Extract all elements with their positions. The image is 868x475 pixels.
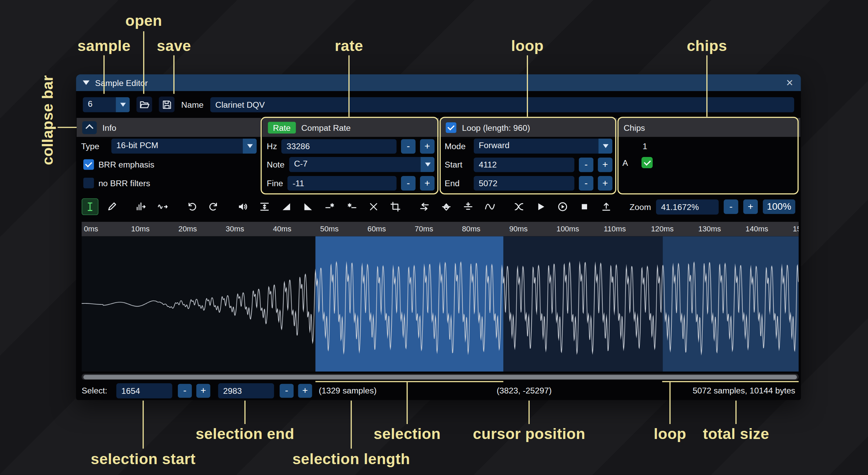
- insert-silence-button[interactable]: [321, 198, 338, 215]
- close-button[interactable]: ×: [785, 77, 794, 88]
- reverse-button[interactable]: [416, 198, 433, 215]
- loop-mode-dropdown[interactable]: Forward: [474, 139, 613, 154]
- annotation-line-selection: [406, 382, 407, 424]
- ruler-label: 0ms: [84, 225, 98, 233]
- loop-end-label: End: [445, 178, 469, 188]
- waveform-view[interactable]: [82, 236, 799, 372]
- selection-start-decrement-button[interactable]: -: [178, 384, 192, 398]
- loop-end-row: End - +: [440, 174, 617, 192]
- normalize-button[interactable]: [256, 198, 273, 215]
- filter-wave-icon: [485, 202, 495, 212]
- resize-button[interactable]: [133, 198, 149, 215]
- open-button[interactable]: [136, 96, 152, 112]
- selection-start-input[interactable]: [116, 383, 172, 398]
- ruler-label: 20ms: [179, 225, 197, 233]
- name-row: 6 Name: [76, 91, 801, 118]
- fine-decrement-button[interactable]: -: [401, 176, 416, 190]
- loop-end-decrement-button[interactable]: -: [579, 176, 594, 190]
- speaker-icon: [238, 202, 248, 212]
- save-button[interactable]: [159, 96, 174, 112]
- triangle-down-icon[interactable]: [598, 139, 612, 154]
- delete-button[interactable]: [365, 198, 382, 215]
- loop-end-input[interactable]: [474, 176, 574, 190]
- annotation-total-size: total size: [703, 425, 769, 443]
- hz-decrement-button[interactable]: -: [401, 139, 416, 154]
- loop-mode-value: Forward: [474, 139, 599, 154]
- preview-sample-button[interactable]: [532, 198, 549, 215]
- sign-invert-button[interactable]: [460, 198, 477, 215]
- brr-emphasis-checkbox[interactable]: [83, 159, 94, 170]
- annotation-bracket-selection: [315, 381, 503, 382]
- hz-row: Hz - +: [262, 137, 439, 155]
- crossfade-button[interactable]: [511, 198, 527, 215]
- chips-header-label: Chips: [623, 123, 645, 132]
- resize-icon: [136, 202, 146, 212]
- annotation-loop: loop: [511, 38, 544, 55]
- horizontal-scrollbar[interactable]: [82, 374, 799, 380]
- invert-button[interactable]: [438, 198, 454, 215]
- annotation-line-selection-end: [245, 401, 246, 424]
- select-tool-button[interactable]: [82, 198, 98, 215]
- loop-start-increment-button[interactable]: +: [598, 157, 613, 172]
- selection-start-increment-button[interactable]: +: [196, 384, 210, 398]
- window-collapse-triangle-icon[interactable]: [83, 81, 89, 85]
- zoom-reset-button[interactable]: 100%: [763, 199, 795, 214]
- loop-enable-checkbox[interactable]: [446, 122, 456, 133]
- loop-start-row: Start - +: [440, 155, 617, 174]
- zoom-out-button[interactable]: -: [724, 199, 738, 214]
- info-panel: Info Type 16-bit PCM BRR emphasis no BRR…: [77, 118, 261, 193]
- sample-select-dropdown[interactable]: 6: [83, 97, 130, 112]
- annotation-open: open: [126, 13, 162, 30]
- make-wavetable-button[interactable]: [598, 198, 615, 215]
- note-dropdown[interactable]: C-7: [289, 157, 435, 172]
- hz-increment-button[interactable]: +: [420, 139, 435, 154]
- annotation-collapse-bar: collapse bar: [39, 75, 57, 165]
- zoom-in-button[interactable]: +: [743, 199, 758, 214]
- triangle-down-icon[interactable]: [116, 97, 130, 112]
- ruler-label: 100ms: [556, 225, 579, 233]
- green-check-icon[interactable]: [641, 157, 653, 168]
- undo-button[interactable]: [183, 198, 200, 215]
- annotation-selection-start: selection start: [91, 451, 196, 468]
- resample-icon: [158, 202, 168, 212]
- scrollbar-thumb[interactable]: [83, 375, 797, 379]
- selection-end-increment-button[interactable]: +: [298, 384, 312, 398]
- loop-end-increment-button[interactable]: +: [598, 176, 613, 190]
- redo-button[interactable]: [205, 198, 222, 215]
- loop-start-decrement-button[interactable]: -: [579, 157, 594, 172]
- selection-end-input[interactable]: [218, 383, 274, 398]
- preview-dry-button[interactable]: [554, 198, 571, 215]
- zoom-input[interactable]: [656, 199, 719, 214]
- info-header-label: Info: [102, 123, 116, 132]
- compat-rate-tab[interactable]: Compat Rate: [301, 123, 351, 132]
- hz-input[interactable]: [282, 139, 397, 154]
- fine-label: Fine: [267, 178, 283, 188]
- draw-tool-button[interactable]: [103, 198, 120, 215]
- fade-out-button[interactable]: [300, 198, 316, 215]
- fine-input[interactable]: [287, 176, 396, 190]
- fine-increment-button[interactable]: +: [420, 176, 435, 190]
- type-dropdown[interactable]: 16-bit PCM: [111, 139, 257, 154]
- no-brr-filters-checkbox[interactable]: [83, 178, 94, 188]
- fade-in-button[interactable]: [278, 198, 295, 215]
- waveform-canvas[interactable]: [82, 236, 799, 372]
- info-header: Info: [77, 118, 261, 137]
- chevron-up-icon[interactable]: [82, 121, 97, 134]
- loop-start-input[interactable]: [474, 157, 574, 172]
- triangle-down-icon[interactable]: [421, 157, 435, 172]
- stop-icon: [579, 202, 589, 212]
- rate-badge[interactable]: Rate: [268, 122, 296, 134]
- insert-silence-icon: [325, 202, 335, 212]
- trim-button[interactable]: [387, 198, 404, 215]
- window-title: Sample Editor: [95, 78, 148, 87]
- floppy-disk-icon: [161, 99, 172, 110]
- delete-x-icon: [369, 202, 379, 212]
- triangle-down-icon[interactable]: [243, 139, 257, 154]
- amplify-button[interactable]: [234, 198, 251, 215]
- selection-end-decrement-button[interactable]: -: [280, 384, 294, 398]
- type-row: Type 16-bit PCM: [77, 137, 261, 155]
- apply-silence-button[interactable]: [344, 198, 360, 215]
- stop-preview-button[interactable]: [576, 198, 593, 215]
- filter-button[interactable]: [482, 198, 498, 215]
- resample-button[interactable]: [154, 198, 171, 215]
